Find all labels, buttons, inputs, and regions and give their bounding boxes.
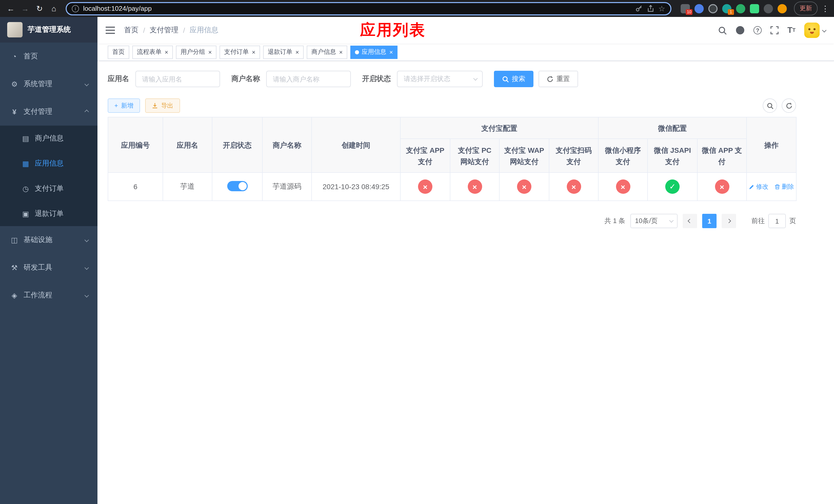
font-size-icon[interactable] — [787, 26, 795, 35]
browser-update-button[interactable]: 更新 — [794, 2, 818, 15]
cell-app-id: 6 — [108, 173, 163, 201]
extension-icon-green-square[interactable] — [750, 4, 759, 13]
status-toggle[interactable] — [227, 181, 247, 191]
url-text[interactable]: localhost:1024/pay/app — [83, 5, 631, 12]
close-icon[interactable]: × — [208, 49, 212, 55]
close-icon[interactable]: × — [164, 49, 168, 55]
sidebar-item-pay-orders[interactable]: 支付订单 — [0, 176, 97, 201]
card-icon — [22, 134, 30, 142]
url-bar[interactable]: i localhost:1024/pay/app — [66, 2, 672, 15]
sidebar-item-refund-orders[interactable]: 退款订单 — [0, 201, 97, 226]
chevron-down-icon — [822, 28, 827, 32]
status-select[interactable]: 请选择开启状态 — [397, 71, 483, 87]
forward-icon[interactable]: → — [19, 2, 32, 15]
extension-icon-blue[interactable] — [695, 4, 704, 13]
back-icon[interactable]: ← — [4, 2, 18, 15]
tab-pay-orders[interactable]: 支付订单 × — [220, 45, 260, 59]
infrastructure-icon — [10, 236, 19, 244]
sidebar-item-devtools[interactable]: 研发工具 — [0, 254, 97, 281]
dashboard-icon — [10, 52, 19, 61]
sidebar-item-infrastructure[interactable]: 基础设施 — [0, 226, 97, 254]
sidebar-item-system[interactable]: 系统管理 — [0, 70, 97, 98]
export-button[interactable]: 导出 — [145, 98, 180, 113]
search-button[interactable]: 搜索 — [494, 71, 533, 87]
col-alipay-qr: 支付宝扫码支付 — [549, 139, 598, 173]
tab-home[interactable]: 首页 — [108, 45, 129, 59]
chevron-down-icon — [85, 293, 89, 298]
page-number-1[interactable]: 1 — [702, 214, 717, 228]
next-page-button[interactable] — [722, 214, 736, 228]
sidebar-item-payment[interactable]: 支付管理 — [0, 98, 97, 125]
breadcrumb-separator: / — [183, 26, 185, 35]
sidebar-item-label: 商户信息 — [35, 134, 64, 143]
merchant-name-input[interactable] — [266, 71, 351, 87]
extensions-puzzle-icon[interactable]: 10 — [681, 4, 690, 13]
toggle-search-button[interactable] — [763, 98, 777, 113]
prev-page-button[interactable] — [683, 214, 697, 228]
refresh-table-button[interactable] — [782, 98, 796, 113]
chevron-down-icon — [474, 76, 478, 81]
breadcrumb-payment[interactable]: 支付管理 — [150, 26, 178, 35]
browser-extensions: 10 1 — [681, 4, 787, 13]
edit-button[interactable]: 修改 — [749, 182, 768, 191]
col-app-name: 应用名 — [163, 117, 212, 173]
sidebar-item-label: 退款订单 — [35, 209, 64, 218]
chevron-up-icon — [85, 110, 89, 114]
close-icon[interactable]: × — [295, 49, 299, 55]
chevron-left-icon — [688, 219, 692, 223]
goto-page-input[interactable] — [768, 214, 786, 228]
tab-user-group[interactable]: 用户分组 × — [176, 45, 216, 59]
chevron-down-icon — [670, 218, 674, 223]
home-icon[interactable]: ⌂ — [47, 2, 61, 15]
search-icon[interactable] — [718, 26, 727, 35]
extension-icon-gray[interactable] — [764, 4, 773, 13]
fullscreen-icon[interactable] — [770, 26, 778, 35]
tab-refund-orders[interactable]: 退款订单 × — [263, 45, 304, 59]
search-icon — [502, 76, 509, 82]
sidebar-item-workflow[interactable]: 工作流程 — [0, 281, 97, 309]
site-info-icon[interactable]: i — [72, 5, 79, 12]
plus-icon: + — [114, 102, 118, 109]
chevron-down-icon — [85, 266, 89, 270]
extension-icon-green-check[interactable] — [736, 4, 745, 13]
page-size-select[interactable]: 10条/页 — [630, 214, 678, 228]
app-name-input[interactable] — [135, 71, 220, 87]
close-icon[interactable]: × — [252, 49, 256, 55]
tab-process-form[interactable]: 流程表单 × — [132, 45, 173, 59]
browser-menu-icon[interactable]: ⋮ — [821, 4, 830, 13]
sidebar-item-label: 支付管理 — [24, 107, 52, 116]
sidebar-item-home[interactable]: 首页 — [0, 43, 97, 70]
extension-badge-small: 1 — [728, 9, 734, 15]
tab-merchant-info[interactable]: 商户信息 × — [307, 45, 347, 59]
extension-icon-dark-ring[interactable] — [708, 4, 718, 13]
bookmark-star-icon[interactable] — [658, 4, 665, 13]
logo-title: 芋道管理系统 — [28, 25, 71, 35]
share-icon[interactable] — [646, 5, 654, 12]
github-icon[interactable] — [736, 26, 745, 35]
delete-button[interactable]: 删除 — [774, 182, 794, 191]
sidebar-item-label: 基础设施 — [24, 235, 52, 245]
breadcrumb-separator: / — [143, 26, 145, 35]
profile-avatar-icon[interactable] — [777, 4, 787, 13]
edit-pencil-icon — [749, 184, 754, 189]
close-icon[interactable]: × — [339, 49, 343, 55]
close-icon[interactable]: × — [389, 49, 393, 55]
sidebar-toggle-icon[interactable] — [106, 27, 115, 34]
reset-button[interactable]: 重置 — [539, 71, 578, 87]
password-key-icon[interactable] — [635, 5, 642, 12]
user-menu[interactable] — [804, 23, 826, 38]
tab-app-info[interactable]: 应用信息 × — [350, 45, 397, 59]
alipay-wap-status-icon: × — [517, 180, 531, 194]
col-app-id: 应用编号 — [108, 117, 163, 173]
extension-icon-teal[interactable]: 1 — [722, 4, 731, 13]
sidebar-item-merchant-info[interactable]: 商户信息 — [0, 125, 97, 151]
help-icon[interactable] — [753, 26, 762, 35]
breadcrumb-home[interactable]: 首页 — [124, 26, 138, 35]
reload-icon[interactable]: ↻ — [33, 2, 46, 15]
goto-unit: 页 — [789, 216, 796, 226]
logo[interactable]: 芋道管理系统 — [0, 17, 97, 43]
chevron-down-icon — [85, 82, 89, 86]
active-dot — [355, 50, 359, 54]
add-button[interactable]: + 新增 — [108, 98, 140, 113]
sidebar-item-app-info[interactable]: 应用信息 — [0, 151, 97, 176]
